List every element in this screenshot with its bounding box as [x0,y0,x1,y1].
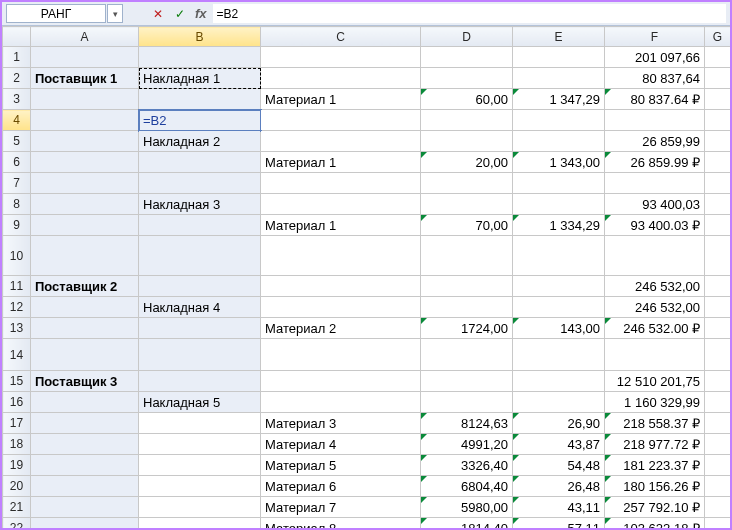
col-header-B[interactable]: B [139,27,261,47]
cell-B13[interactable] [139,318,261,339]
cell-E2[interactable] [513,68,605,89]
cell-G14[interactable] [705,339,731,371]
cell-D14[interactable] [421,339,513,371]
cell-B7[interactable] [139,173,261,194]
cell-G17[interactable] [705,413,731,434]
col-header-G[interactable]: G [705,27,731,47]
row-header-3[interactable]: 3 [3,89,31,110]
cell-D15[interactable] [421,371,513,392]
cell-F22[interactable]: 103 622.18 ₽ [605,518,705,529]
row-header-21[interactable]: 21 [3,497,31,518]
cell-B12[interactable]: Накладная 4 [139,297,261,318]
cell-G16[interactable] [705,392,731,413]
col-header-A[interactable]: A [31,27,139,47]
cell-C17[interactable]: Материал 3 [261,413,421,434]
cell-D13[interactable]: 1724,00 [421,318,513,339]
cell-D1[interactable] [421,47,513,68]
col-header-F[interactable]: F [605,27,705,47]
cell-C2[interactable] [261,68,421,89]
cell-G22[interactable] [705,518,731,529]
row-header-8[interactable]: 8 [3,194,31,215]
spreadsheet-grid[interactable]: A B C D E F G 1201 097,662Поставщик 1Нак… [2,26,730,528]
cell-B10[interactable] [139,236,261,276]
row-header-14[interactable]: 14 [3,339,31,371]
cell-A19[interactable] [31,455,139,476]
row-header-4[interactable]: 4 [3,110,31,131]
cell-G19[interactable] [705,455,731,476]
cell-F20[interactable]: 180 156.26 ₽ [605,476,705,497]
cell-A16[interactable] [31,392,139,413]
name-box-dropdown[interactable]: ▾ [107,4,123,23]
cell-E4[interactable] [513,110,605,131]
cell-F2[interactable]: 80 837,64 [605,68,705,89]
cell-B6[interactable] [139,152,261,173]
cell-F19[interactable]: 181 223.37 ₽ [605,455,705,476]
cell-G7[interactable] [705,173,731,194]
cell-E17[interactable]: 26,90 [513,413,605,434]
row-header-1[interactable]: 1 [3,47,31,68]
col-header-D[interactable]: D [421,27,513,47]
enter-button[interactable]: ✓ [171,5,189,23]
cell-C1[interactable] [261,47,421,68]
col-header-E[interactable]: E [513,27,605,47]
fx-label[interactable]: fx [193,6,209,21]
cell-B19[interactable] [139,455,261,476]
cell-A3[interactable] [31,89,139,110]
cell-F14[interactable] [605,339,705,371]
cell-G5[interactable] [705,131,731,152]
cell-D8[interactable] [421,194,513,215]
cell-A2[interactable]: Поставщик 1 [31,68,139,89]
cell-E3[interactable]: 1 347,29 [513,89,605,110]
cell-B9[interactable] [139,215,261,236]
cell-B14[interactable] [139,339,261,371]
cell-D4[interactable] [421,110,513,131]
cell-E22[interactable]: 57,11 [513,518,605,529]
cell-D10[interactable] [421,236,513,276]
cell-A4[interactable] [31,110,139,131]
row-header-5[interactable]: 5 [3,131,31,152]
cell-G6[interactable] [705,152,731,173]
cell-C6[interactable]: Материал 1 [261,152,421,173]
cell-C22[interactable]: Материал 8 [261,518,421,529]
cell-G10[interactable] [705,236,731,276]
cell-B4[interactable]: =B2 [139,110,261,131]
row-header-10[interactable]: 10 [3,236,31,276]
cell-F13[interactable]: 246 532.00 ₽ [605,318,705,339]
cell-B17[interactable] [139,413,261,434]
row-header-9[interactable]: 9 [3,215,31,236]
cell-B15[interactable] [139,371,261,392]
cell-C8[interactable] [261,194,421,215]
cell-C4[interactable] [261,110,421,131]
cell-G20[interactable] [705,476,731,497]
cell-E15[interactable] [513,371,605,392]
cell-B8[interactable]: Накладная 3 [139,194,261,215]
cell-F11[interactable]: 246 532,00 [605,276,705,297]
row-header-12[interactable]: 12 [3,297,31,318]
select-all-corner[interactable] [3,27,31,47]
cell-F3[interactable]: 80 837.64 ₽ [605,89,705,110]
cell-F9[interactable]: 93 400.03 ₽ [605,215,705,236]
cell-E5[interactable] [513,131,605,152]
cell-D9[interactable]: 70,00 [421,215,513,236]
cell-F7[interactable] [605,173,705,194]
cell-C7[interactable] [261,173,421,194]
cell-G9[interactable] [705,215,731,236]
cell-E16[interactable] [513,392,605,413]
cell-E11[interactable] [513,276,605,297]
row-header-22[interactable]: 22 [3,518,31,529]
cell-A18[interactable] [31,434,139,455]
cell-B16[interactable]: Накладная 5 [139,392,261,413]
cell-C10[interactable] [261,236,421,276]
cell-E19[interactable]: 54,48 [513,455,605,476]
cell-G3[interactable] [705,89,731,110]
cell-D20[interactable]: 6804,40 [421,476,513,497]
cell-E21[interactable]: 43,11 [513,497,605,518]
row-header-7[interactable]: 7 [3,173,31,194]
cell-C18[interactable]: Материал 4 [261,434,421,455]
cell-E13[interactable]: 143,00 [513,318,605,339]
cell-D19[interactable]: 3326,40 [421,455,513,476]
cell-B2[interactable]: Накладная 1 [139,68,261,89]
cell-G11[interactable] [705,276,731,297]
cell-E8[interactable] [513,194,605,215]
cell-A5[interactable] [31,131,139,152]
